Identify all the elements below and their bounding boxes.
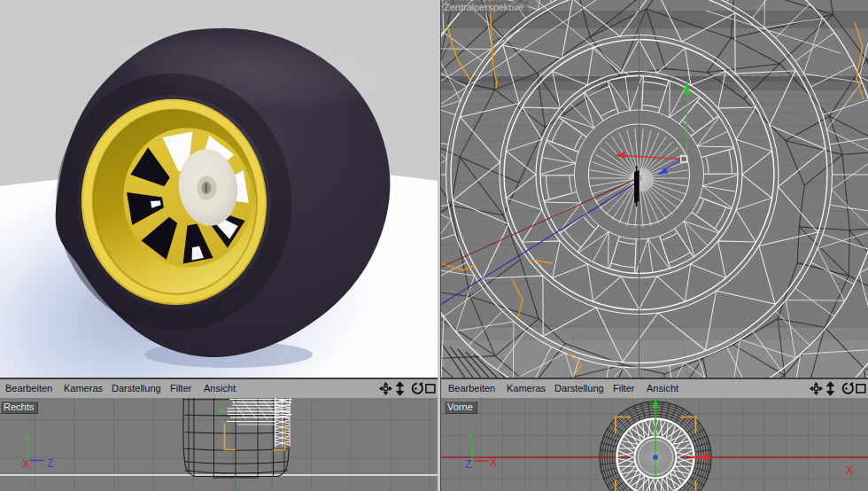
svg-text:Z: Z — [465, 457, 471, 470]
svg-text:Y: Y — [24, 433, 31, 444]
svg-text:X: X — [846, 464, 853, 477]
svg-text:Zentralperspektive: Zentralperspektive — [444, 3, 524, 13]
svg-text:X: X — [23, 457, 30, 470]
svg-text:Y: Y — [468, 432, 475, 442]
svg-text:Y: Y — [218, 405, 225, 416]
svg-text:Z: Z — [47, 457, 53, 470]
svg-text:X: X — [490, 456, 497, 468]
